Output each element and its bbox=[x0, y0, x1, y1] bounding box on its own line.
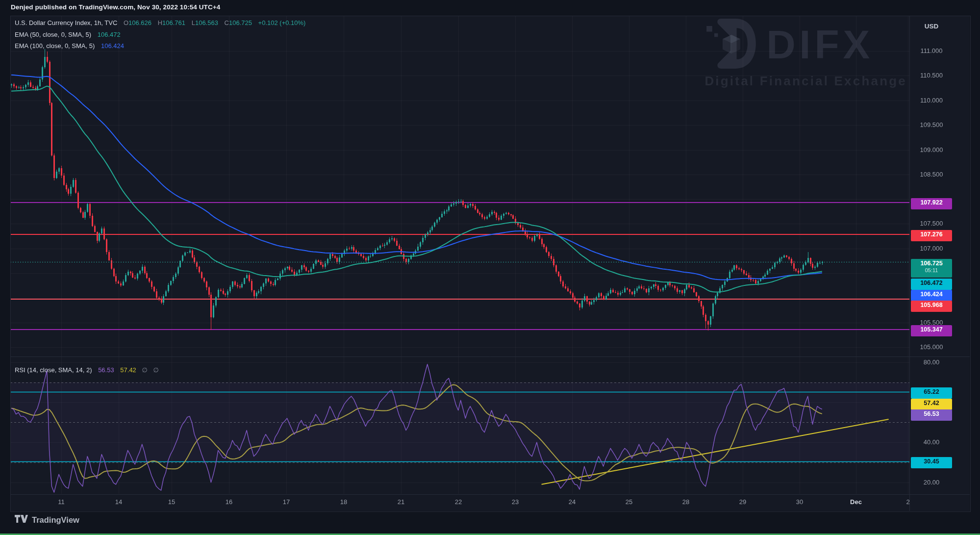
axis-price-label: 106.424 bbox=[911, 290, 952, 301]
chart-frame bbox=[10, 16, 971, 512]
axis-price-label: 105.347 bbox=[911, 325, 952, 336]
time-tick: 14 bbox=[101, 498, 136, 506]
time-tick: 29 bbox=[726, 498, 760, 506]
time-tick: 28 bbox=[669, 498, 703, 506]
axis-price-label: 30.45 bbox=[911, 457, 952, 468]
time-tick: 21 bbox=[384, 498, 418, 506]
high-value: 106.761 bbox=[162, 19, 185, 26]
close-value: 106.725 bbox=[229, 19, 252, 26]
price-tick: 109.500 bbox=[911, 121, 952, 128]
tradingview-brand-label[interactable]: TradingView bbox=[32, 515, 79, 525]
ema100-value: 106.424 bbox=[101, 42, 124, 50]
time-tick: 25 bbox=[612, 498, 646, 506]
axis-price-label: 56.53 bbox=[911, 409, 952, 421]
symbol-title[interactable]: U.S. Dollar Currency Index, 1h, TVC bbox=[15, 19, 117, 26]
price-tick: 110.000 bbox=[911, 97, 952, 104]
axis-price-label: 65.22 bbox=[911, 387, 952, 399]
price-tick: 107.000 bbox=[911, 245, 952, 252]
rsi-tick: 20.00 bbox=[911, 479, 952, 486]
publish-attribution-line: Denjed published on TradingView.com, Nov… bbox=[11, 3, 220, 11]
low-label: L bbox=[192, 19, 195, 26]
hidden-plot-icon[interactable]: ∅ bbox=[142, 366, 147, 374]
rsi-tick: 40.00 bbox=[911, 438, 952, 446]
price-tick: 110.500 bbox=[911, 72, 952, 79]
hidden-plot-icon[interactable]: ∅ bbox=[153, 366, 158, 374]
price-tick: 107.500 bbox=[911, 220, 952, 227]
open-label: O bbox=[124, 19, 128, 26]
axis-currency-label: USD bbox=[911, 23, 952, 30]
time-tick: 24 bbox=[555, 498, 589, 506]
axis-price-label: 106.72505:11 bbox=[911, 259, 952, 278]
axis-price-label: 107.276 bbox=[911, 230, 952, 241]
price-tick: 109.000 bbox=[911, 146, 952, 153]
watermark-subtitle: Digital Financial Exchange bbox=[704, 74, 907, 89]
time-tick: 2 bbox=[891, 498, 925, 506]
open-value: 106.626 bbox=[128, 19, 151, 26]
time-tick: 18 bbox=[327, 498, 361, 506]
axis-price-label: 106.472 bbox=[911, 279, 952, 290]
time-tick: 11 bbox=[44, 498, 78, 506]
time-tick: 23 bbox=[498, 498, 532, 506]
rsi-tick: 80.00 bbox=[911, 358, 952, 366]
axis-price-label: 57.42 bbox=[911, 399, 952, 410]
ema50-name[interactable]: EMA (50, close, 0, SMA, 5) bbox=[15, 31, 91, 38]
rsi-sma-value: 57.42 bbox=[120, 366, 136, 374]
rsi-value: 56.53 bbox=[98, 366, 114, 374]
price-tick: 108.500 bbox=[911, 171, 952, 178]
time-tick: 16 bbox=[212, 498, 246, 506]
price-tick: 105.000 bbox=[911, 343, 952, 351]
high-label: H bbox=[158, 19, 162, 26]
axis-price-label: 105.968 bbox=[911, 301, 952, 312]
symbol-legend-row[interactable]: U.S. Dollar Currency Index, 1h, TVC O106… bbox=[15, 19, 305, 26]
axis-price-label: 107.922 bbox=[911, 198, 952, 209]
change-value: +0.102 (+0.10%) bbox=[258, 19, 306, 26]
price-tick: 111.000 bbox=[911, 47, 952, 54]
time-tick: Dec bbox=[839, 498, 873, 506]
watermark-title: DIFX bbox=[766, 25, 874, 65]
ema100-legend-row[interactable]: EMA (100, close, 0, SMA, 5) 106.424 bbox=[15, 42, 124, 50]
time-tick: 17 bbox=[269, 498, 303, 506]
time-tick: 15 bbox=[154, 498, 189, 506]
rsi-name[interactable]: RSI (14, close, SMA, 14, 2) bbox=[15, 366, 92, 374]
difx-logo-icon bbox=[704, 18, 758, 72]
time-tick: 30 bbox=[782, 498, 817, 506]
rsi-legend-row[interactable]: RSI (14, close, SMA, 14, 2) 56.53 57.42 … bbox=[15, 366, 159, 374]
time-tick: 22 bbox=[441, 498, 476, 506]
tradingview-logo-icon[interactable] bbox=[15, 515, 28, 525]
ema100-name[interactable]: EMA (100, close, 0, SMA, 5) bbox=[15, 42, 95, 50]
tradingview-footer[interactable]: TradingView bbox=[15, 515, 79, 525]
low-value: 106.563 bbox=[195, 19, 218, 26]
difx-watermark: DIFX Digital Financial Exchange bbox=[704, 18, 907, 89]
ema50-legend-row[interactable]: EMA (50, close, 0, SMA, 5) 106.472 bbox=[15, 31, 121, 38]
tradingview-snapshot: Denjed published on TradingView.com, Nov… bbox=[0, 0, 980, 535]
ema50-value: 106.472 bbox=[98, 31, 121, 38]
close-label: C bbox=[225, 19, 229, 26]
